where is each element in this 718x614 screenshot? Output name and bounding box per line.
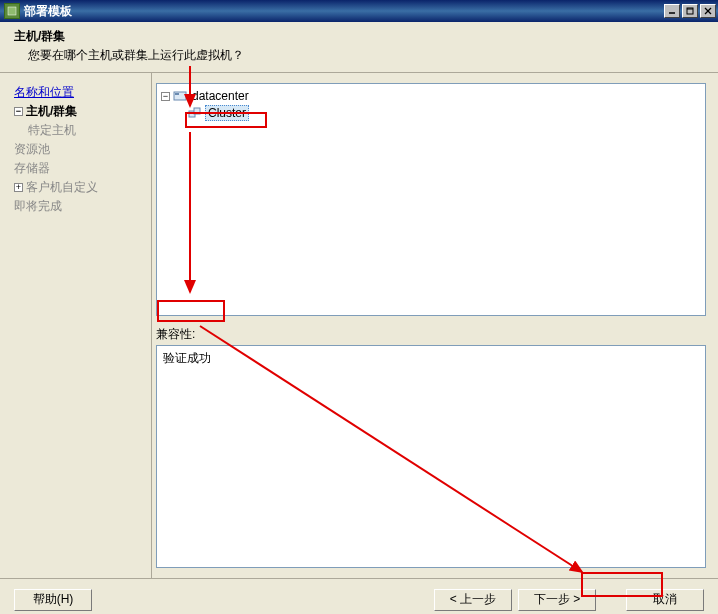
wizard-footer: 帮助(H) < 上一步 下一步 > 取消 [0, 578, 718, 614]
window-controls [664, 4, 716, 18]
datacenter-icon [172, 89, 188, 103]
cancel-button[interactable]: 取消 [626, 589, 704, 611]
step-resource-pool: 资源池 [14, 140, 143, 159]
maximize-button[interactable] [682, 4, 698, 18]
step-storage: 存储器 [14, 159, 143, 178]
minus-icon[interactable]: − [14, 107, 23, 116]
step-label: 客户机自定义 [26, 180, 98, 194]
step-name-location[interactable]: 名称和位置 [14, 83, 143, 102]
tree-label-selected: Cluster [205, 105, 249, 121]
tree-label: datacenter [190, 89, 251, 103]
step-ready-complete: 即将完成 [14, 197, 143, 216]
plus-icon[interactable]: + [14, 183, 23, 192]
close-button[interactable] [700, 4, 716, 18]
wizard-steps-sidebar: 名称和位置 −主机/群集 特定主机 资源池 存储器 +客户机自定义 即将完成 [0, 73, 152, 578]
window-title: 部署模板 [24, 3, 664, 20]
main-area: 名称和位置 −主机/群集 特定主机 资源池 存储器 +客户机自定义 即将完成 −… [0, 73, 718, 578]
svg-rect-7 [175, 93, 179, 95]
back-button[interactable]: < 上一步 [434, 589, 512, 611]
step-host-cluster[interactable]: −主机/群集 [14, 102, 143, 121]
tree-node-cluster[interactable]: Cluster [161, 104, 701, 122]
step-label: 主机/群集 [26, 104, 77, 118]
tree-node-datacenter[interactable]: − datacenter [161, 88, 701, 104]
compatibility-label: 兼容性: [156, 326, 706, 343]
step-specific-host[interactable]: 特定主机 [14, 121, 143, 140]
compatibility-panel: 验证成功 [156, 345, 706, 568]
collapse-icon[interactable]: − [161, 92, 170, 101]
app-icon [4, 3, 20, 19]
content-area: − datacenter Cluster 兼容性: 验证成功 [152, 73, 718, 578]
minimize-button[interactable] [664, 4, 680, 18]
wizard-header: 主机/群集 您要在哪个主机或群集上运行此虚拟机？ [0, 22, 718, 73]
titlebar: 部署模板 [0, 0, 718, 22]
step-guest-customization: +客户机自定义 [14, 178, 143, 197]
header-subtitle: 您要在哪个主机或群集上运行此虚拟机？ [14, 47, 704, 64]
header-title: 主机/群集 [14, 28, 704, 45]
svg-rect-0 [8, 7, 16, 15]
inventory-tree-panel[interactable]: − datacenter Cluster [156, 83, 706, 316]
svg-rect-9 [194, 108, 200, 114]
cluster-icon [187, 106, 203, 120]
next-button[interactable]: 下一步 > [518, 589, 596, 611]
help-button[interactable]: 帮助(H) [14, 589, 92, 611]
compatibility-result: 验证成功 [163, 350, 699, 367]
